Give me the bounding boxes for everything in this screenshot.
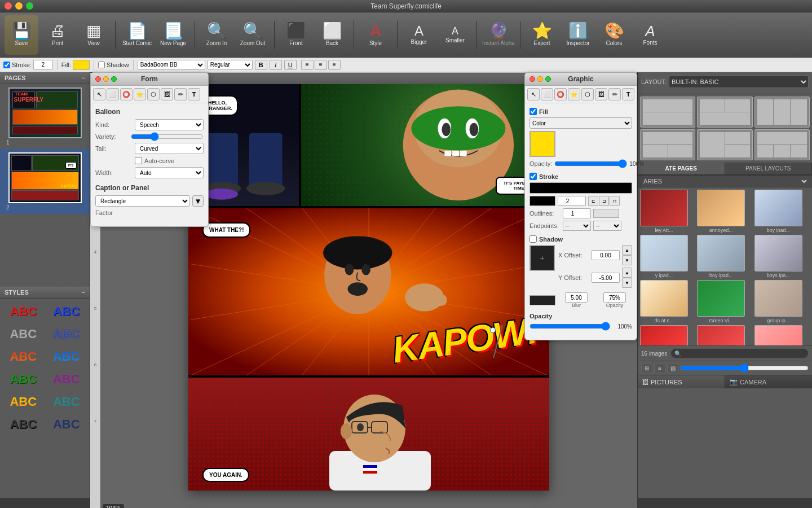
back-button[interactable]: ⬜ Back (315, 15, 349, 55)
maximize-button[interactable] (26, 2, 33, 10)
shadow-color-small[interactable] (529, 295, 555, 305)
stroke-checkbox[interactable] (3, 62, 10, 68)
y-down-button[interactable]: ▼ (622, 278, 632, 288)
media-item-2[interactable]: annoyed... (697, 190, 752, 233)
print-button[interactable]: 🖨 Print (41, 15, 74, 55)
stroke-outer-button[interactable]: ⊓ (610, 196, 620, 206)
auto-curve-checkbox[interactable] (135, 157, 142, 164)
form-max-icon[interactable] (111, 76, 117, 82)
align-right-button[interactable]: ≡ (328, 60, 341, 70)
x-offset-input[interactable] (592, 250, 620, 260)
graphic-tool-text[interactable]: T (622, 88, 634, 100)
page-2-item[interactable]: IT'S KAPOW! 2 (0, 149, 90, 214)
style-item-6[interactable]: ABC (46, 346, 88, 367)
graphic-tool-pen[interactable]: ✏ (608, 88, 621, 100)
form-close-icon[interactable] (95, 76, 101, 82)
graphic-max-icon[interactable] (545, 76, 551, 82)
view-button[interactable]: ▦ View (77, 15, 111, 55)
media-item-11[interactable]: hero ma... (697, 325, 752, 345)
underline-button[interactable]: U (284, 60, 297, 70)
pictures-tab[interactable]: 🖼 PICTURES (638, 375, 725, 388)
stroke-section-checkbox[interactable] (529, 173, 537, 180)
media-item-8[interactable]: Green Vi... (697, 280, 752, 323)
fonts-button[interactable]: A Fonts (633, 15, 667, 55)
fill-color-box[interactable] (73, 60, 90, 70)
media-item-1[interactable]: ley Att... (640, 190, 695, 233)
form-tool-star[interactable]: ⭐ (134, 88, 146, 100)
stroke-width-input[interactable] (33, 60, 53, 70)
zoom-out-button[interactable]: 🔍 Zoom Out (236, 15, 270, 55)
form-tool-arrow[interactable]: ↖ (93, 88, 105, 100)
stroke-width-input[interactable] (558, 196, 586, 206)
x-up-button[interactable]: ▲ (622, 245, 632, 255)
grid-view-button[interactable]: ⊞ (641, 363, 652, 373)
bigger-button[interactable]: A Bigger (402, 15, 436, 55)
export-button[interactable]: ⭐ Export (525, 15, 559, 55)
save-button[interactable]: 💾 Save (5, 15, 38, 55)
style-button[interactable]: A Style (359, 15, 392, 55)
y-offset-input[interactable] (592, 273, 620, 283)
shadow-opacity-input[interactable] (603, 292, 626, 303)
x-down-button[interactable]: ▼ (622, 255, 632, 265)
zoom-in-button[interactable]: 🔍 Zoom In (200, 15, 233, 55)
minimize-button[interactable] (15, 2, 23, 10)
media-item-6[interactable]: boys ipa... (754, 235, 810, 278)
template-thumb-5[interactable] (697, 129, 752, 160)
endpoints-start-select[interactable]: ─ (563, 221, 591, 231)
stroke-color-bar[interactable] (529, 182, 632, 194)
caption-options-button[interactable]: ▼ (192, 195, 204, 207)
template-thumb-2[interactable] (697, 97, 752, 128)
panel-opacity-slider[interactable] (529, 322, 610, 331)
style-item-7[interactable]: ABC (2, 369, 45, 390)
style-item-11[interactable]: ABC (2, 414, 45, 435)
form-tool-text[interactable]: T (188, 88, 200, 100)
shadow-section-checkbox[interactable] (529, 235, 537, 243)
font-style-select[interactable]: Regular (208, 60, 253, 70)
fill-checkbox[interactable] (529, 108, 537, 115)
font-family-select[interactable]: BadaBoom BB (138, 60, 205, 70)
start-comic-button[interactable]: 📄 Start Comic (120, 15, 154, 55)
smaller-button[interactable]: A Smaller (438, 15, 472, 55)
outlines-input[interactable] (563, 208, 591, 218)
align-center-button[interactable]: ≡ (315, 60, 327, 70)
camera-tab[interactable]: 📷 CAMERA (725, 375, 812, 388)
template-thumb-4[interactable] (640, 129, 695, 160)
graphic-tool-star[interactable]: ⭐ (568, 88, 580, 100)
template-thumb-1[interactable] (640, 97, 695, 128)
template-thumb-3[interactable] (754, 97, 810, 128)
close-button[interactable] (5, 2, 12, 10)
style-item-4[interactable]: ABC (46, 323, 88, 345)
endpoints-end-select[interactable]: ─ (593, 221, 621, 231)
style-item-2[interactable]: ABC (46, 301, 88, 322)
blur-input[interactable] (565, 292, 588, 303)
category-select[interactable]: ARIES (641, 177, 809, 185)
y-up-button[interactable]: ▲ (622, 268, 632, 278)
shadow-color-swatch[interactable]: + (529, 245, 555, 271)
search-input[interactable] (681, 351, 805, 357)
instant-alpha-button[interactable]: 🔮 Instant Alpha (482, 15, 515, 55)
style-item-9[interactable]: ABC (2, 391, 45, 413)
front-button[interactable]: ⬛ Front (279, 15, 313, 55)
create-pages-tab[interactable]: ATE PAGES (638, 163, 725, 174)
style-item-5[interactable]: ABC (2, 346, 45, 367)
media-item-9[interactable]: group ip... (754, 280, 810, 323)
kind-select[interactable]: Speech Thought (135, 119, 204, 130)
list-view-button[interactable]: ≡ (654, 363, 665, 373)
outline-color-box[interactable] (593, 209, 619, 218)
stroke-center-button[interactable]: ⊐ (599, 196, 609, 206)
variety-slider[interactable] (131, 133, 204, 140)
graphic-tool-image[interactable]: 🖼 (595, 88, 607, 100)
stroke-inner-button[interactable]: ⊏ (588, 196, 598, 206)
size-slider[interactable] (680, 364, 809, 373)
graphic-tool-polygon[interactable]: ⬡ (581, 88, 594, 100)
style-item-12[interactable]: ABC (46, 414, 88, 435)
panel-layouts-tab[interactable]: PANEL LAYOUTS (725, 163, 813, 174)
align-left-button[interactable]: ≡ (301, 60, 314, 70)
media-item-12[interactable]: hero wo... (754, 325, 810, 345)
graphic-min-icon[interactable] (537, 76, 543, 82)
form-min-icon[interactable] (103, 76, 109, 82)
caption-shape-select[interactable]: Rectangle (95, 195, 190, 207)
graphic-tool-arrow[interactable]: ↖ (527, 88, 540, 100)
form-tool-pen[interactable]: ✏ (174, 88, 187, 100)
form-tool-rect[interactable]: ⬜ (107, 88, 119, 100)
